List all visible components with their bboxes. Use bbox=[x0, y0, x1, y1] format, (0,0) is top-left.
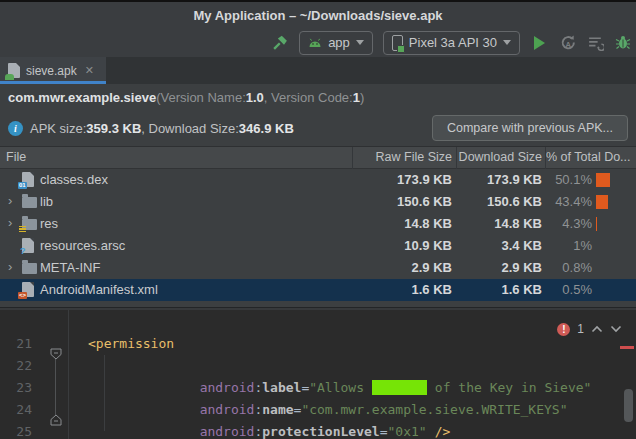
version-suffix: ) bbox=[360, 90, 364, 105]
inspection-widget: ! 1 bbox=[557, 322, 622, 336]
editor-tab-bar: sieve.apk ✕ bbox=[0, 57, 636, 84]
file-name: classes.dex bbox=[40, 172, 108, 187]
table-row-res[interactable]: › res 14.8 KB 14.8 KB 4.3% bbox=[0, 213, 636, 235]
table-row-lib[interactable]: › lib 150.6 KB 150.6 KB 43.4% bbox=[0, 191, 636, 213]
fold-end-marker-icon[interactable] bbox=[50, 414, 62, 426]
chevron-down-icon bbox=[503, 40, 511, 45]
download-size: 14.8 KB bbox=[494, 216, 542, 231]
folder-icon bbox=[22, 263, 37, 274]
version-name-value: 1.0 bbox=[246, 90, 264, 105]
android-badge-icon bbox=[5, 74, 14, 80]
column-header-download-size[interactable]: Download Size bbox=[459, 150, 542, 164]
pct-of-total: 4.3% bbox=[562, 216, 592, 231]
bug-icon bbox=[615, 34, 631, 51]
next-error-icon[interactable] bbox=[610, 325, 622, 333]
download-size: 3.4 KB bbox=[502, 238, 542, 253]
manifest-editor[interactable]: 21 22 <permission 23 android:label="Allo… bbox=[0, 310, 636, 439]
expand-chevron-icon[interactable]: › bbox=[8, 215, 12, 230]
file-name: lib bbox=[40, 194, 53, 209]
arsc-file-icon: ? bbox=[22, 238, 34, 253]
expand-chevron-icon[interactable]: › bbox=[8, 259, 12, 274]
folder-icon bbox=[22, 197, 37, 208]
build-hammer-icon[interactable] bbox=[271, 34, 289, 52]
version-name-label: (Version Name: bbox=[156, 90, 246, 105]
svg-text:A: A bbox=[565, 40, 571, 49]
apk-size-label: APK size: bbox=[30, 121, 86, 136]
window-title: My Application – ~/Downloads/sieve.apk bbox=[193, 8, 442, 23]
apk-analyzer-window: My Application – ~/Downloads/sieve.apk a… bbox=[0, 0, 636, 439]
chevron-down-icon bbox=[356, 40, 364, 45]
device-label: Pixel 3a API 30 bbox=[409, 35, 497, 50]
download-size: 1.6 KB bbox=[502, 282, 542, 297]
raw-size: 1.6 KB bbox=[412, 282, 452, 297]
tab-sieve-apk[interactable]: sieve.apk ✕ bbox=[0, 57, 106, 84]
resource-folder-icon bbox=[22, 219, 37, 230]
raw-size: 2.9 KB bbox=[412, 260, 452, 275]
column-separator bbox=[456, 147, 457, 169]
code-line-22: 22 <permission bbox=[0, 333, 636, 355]
file-name: META-INF bbox=[40, 260, 100, 275]
apk-file-icon bbox=[8, 63, 20, 78]
sync-profiler-button[interactable] bbox=[586, 34, 604, 52]
device-phone-icon bbox=[392, 35, 403, 51]
android-robot-icon bbox=[308, 38, 322, 48]
list-sync-icon bbox=[587, 34, 604, 51]
pct-of-total: 1% bbox=[573, 238, 592, 253]
run-button[interactable] bbox=[530, 34, 548, 52]
pct-of-total: 0.8% bbox=[562, 260, 592, 275]
table-row-classes-dex[interactable]: 01 classes.dex 173.9 KB 173.9 KB 50.1% bbox=[0, 169, 636, 191]
column-header-pct-total[interactable]: % of Total Do... bbox=[546, 150, 631, 164]
raw-size: 10.9 KB bbox=[404, 238, 452, 253]
main-toolbar: app Pixel 3a API 30 A bbox=[0, 28, 636, 57]
column-header-file[interactable]: File bbox=[6, 150, 26, 164]
file-name: AndroidManifest.xml bbox=[40, 282, 158, 297]
pct-bar bbox=[596, 173, 610, 187]
column-separator bbox=[545, 147, 546, 169]
fold-start-marker-icon[interactable] bbox=[50, 348, 62, 360]
download-size-label: , Download Size: bbox=[141, 121, 239, 136]
xml-file-icon: <> bbox=[22, 282, 34, 297]
play-icon bbox=[534, 36, 545, 50]
table-row-meta-inf[interactable]: › META-INF 2.9 KB 2.9 KB 0.8% bbox=[0, 257, 636, 279]
code-line-21: 21 bbox=[0, 311, 636, 333]
run-configuration-select[interactable]: app bbox=[299, 31, 373, 55]
error-stripe-mark[interactable] bbox=[620, 346, 634, 349]
raw-size: 150.6 KB bbox=[397, 194, 452, 209]
expand-chevron-icon[interactable]: › bbox=[8, 193, 12, 208]
pct-bar bbox=[596, 217, 597, 231]
tab-close-icon[interactable]: ✕ bbox=[85, 64, 94, 77]
apk-size-row: i APK size: 359.3 KB, Download Size: 346… bbox=[0, 110, 636, 147]
file-name: resources.arsc bbox=[40, 238, 125, 253]
previous-error-icon[interactable] bbox=[591, 325, 603, 333]
editor-scrollbar-thumb[interactable] bbox=[624, 389, 633, 422]
file-table: 01 classes.dex 173.9 KB 173.9 KB 50.1% ›… bbox=[0, 169, 636, 307]
table-row-resources-arsc[interactable]: ? resources.arsc 10.9 KB 3.4 KB 1% bbox=[0, 235, 636, 257]
apk-size-value: 359.3 KB bbox=[86, 121, 141, 136]
column-header-raw-size[interactable]: Raw File Size bbox=[376, 150, 452, 164]
download-size: 173.9 KB bbox=[487, 172, 542, 187]
attach-debugger-icon: A bbox=[559, 34, 576, 51]
attach-debugger-button[interactable]: A bbox=[558, 34, 576, 52]
title-bar: My Application – ~/Downloads/sieve.apk bbox=[0, 0, 636, 28]
debug-button[interactable] bbox=[614, 34, 632, 52]
dex-file-icon: 01 bbox=[22, 172, 34, 187]
column-separator bbox=[352, 147, 353, 169]
download-size: 2.9 KB bbox=[502, 260, 542, 275]
version-code-value: 1 bbox=[353, 90, 360, 105]
pct-of-total: 43.4% bbox=[555, 194, 592, 209]
device-select[interactable]: Pixel 3a API 30 bbox=[383, 31, 520, 55]
code-line-25: 25 android:protectionLevel="0x1"/> bbox=[0, 399, 636, 421]
raw-size: 14.8 KB bbox=[404, 216, 452, 231]
pct-of-total: 0.5% bbox=[562, 282, 592, 297]
code-line-23: 23 android:label="Allows of the Key in S… bbox=[0, 355, 636, 377]
file-table-header: File Raw File Size Download Size % of To… bbox=[0, 147, 636, 169]
code-line-26: 26 bbox=[0, 421, 636, 439]
download-size-value: 346.9 KB bbox=[239, 121, 294, 136]
run-configuration-label: app bbox=[328, 35, 350, 50]
table-row-android-manifest[interactable]: <> AndroidManifest.xml 1.6 KB 1.6 KB 0.5… bbox=[0, 279, 636, 301]
code-line-24: 24 android:name="com.mwr.example.sieve.W… bbox=[0, 377, 636, 399]
info-icon: i bbox=[8, 121, 23, 136]
compare-apk-button[interactable]: Compare with previous APK... bbox=[432, 115, 628, 141]
pct-of-total: 50.1% bbox=[555, 172, 592, 187]
error-count: 1 bbox=[577, 322, 584, 336]
